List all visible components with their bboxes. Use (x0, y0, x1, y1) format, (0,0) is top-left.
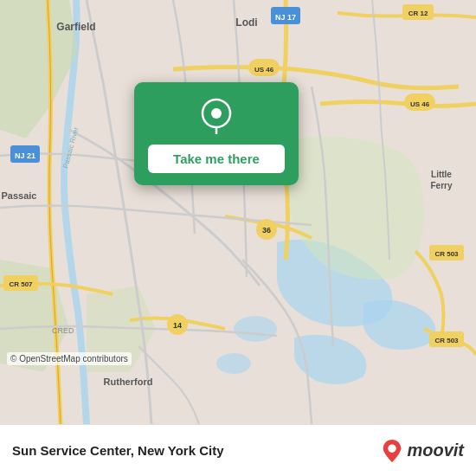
location-title: Sun Service Center, New York City (12, 443, 372, 458)
svg-text:14: 14 (173, 321, 182, 330)
svg-text:Passaic: Passaic (2, 190, 37, 201)
svg-text:36: 36 (262, 226, 271, 235)
moovit-logo: moovit (381, 438, 464, 464)
moovit-brand-label: moovit (407, 441, 464, 460)
svg-text:NJ 17: NJ 17 (275, 13, 296, 22)
svg-point-2 (216, 353, 251, 374)
svg-text:NJ 21: NJ 21 (15, 151, 35, 160)
svg-point-1 (234, 316, 277, 342)
svg-text:CR 507: CR 507 (9, 280, 33, 288)
take-me-there-button[interactable]: Take me there (148, 145, 285, 173)
svg-text:Ferry: Ferry (430, 181, 452, 190)
moovit-pin-icon (381, 438, 403, 464)
svg-point-33 (389, 444, 396, 452)
svg-point-32 (211, 108, 222, 119)
svg-text:US 46: US 46 (254, 66, 274, 74)
svg-text:Lodi: Lodi (235, 16, 257, 29)
bottom-bar: Sun Service Center, New York City moovit (0, 424, 476, 476)
svg-text:Little: Little (431, 170, 452, 179)
svg-text:CR 12: CR 12 (408, 10, 428, 17)
svg-text:CR 503: CR 503 (434, 337, 459, 344)
popup-card: Take me there (134, 82, 299, 185)
svg-text:Rutherford: Rutherford (104, 376, 153, 387)
map-attribution: © OpenStreetMap contributors (7, 352, 132, 365)
svg-text:Garfield: Garfield (56, 21, 95, 33)
svg-text:CRED: CRED (52, 326, 74, 335)
svg-text:US 46: US 46 (410, 100, 430, 108)
svg-text:CR 503: CR 503 (434, 250, 459, 258)
location-pin-icon (197, 98, 235, 136)
map-container: NJ 21 NJ 17 US 46 US 46 CR 12 CR 507 36 … (0, 0, 476, 424)
